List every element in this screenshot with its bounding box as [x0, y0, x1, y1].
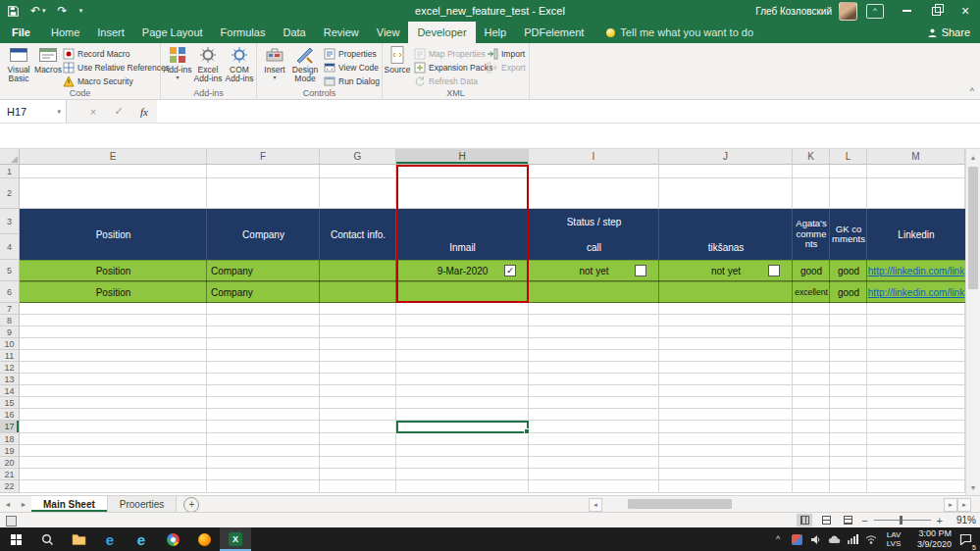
row-header-12[interactable]: 12 [0, 362, 20, 374]
undo-dropdown-icon[interactable]: ▾ [42, 7, 46, 15]
wifi-icon[interactable] [863, 527, 879, 551]
properties-button[interactable]: Properties [324, 47, 377, 60]
undo-button[interactable]: ↶▾ [30, 5, 46, 17]
row-header-11[interactable]: 11 [0, 350, 20, 362]
page-layout-view-button[interactable] [818, 514, 834, 526]
cell-K6[interactable]: excellent [793, 281, 830, 303]
macros-button[interactable]: Macros [35, 45, 61, 87]
column-header-G[interactable]: G [320, 149, 396, 165]
user-avatar[interactable] [839, 2, 857, 21]
horizontal-scroll-thumb[interactable] [628, 499, 732, 509]
zoom-slider-thumb[interactable] [900, 516, 903, 525]
tab-view[interactable]: View [368, 22, 409, 43]
row-header-2[interactable]: 2 [0, 178, 20, 209]
tab-review[interactable]: Review [315, 22, 368, 43]
tab-developer[interactable]: Developer [408, 22, 475, 43]
close-button[interactable]: × [951, 0, 980, 22]
clock[interactable]: 3:00 PM3/9/2020 [908, 528, 952, 551]
design-mode-button[interactable]: Design Mode [290, 45, 320, 87]
share-button[interactable]: Share [927, 22, 970, 43]
cell-I4[interactable]: call [529, 234, 659, 260]
column-header-L[interactable]: L [830, 149, 867, 165]
cell-G3[interactable]: Contact info. [320, 209, 396, 260]
insert-control-button[interactable]: Insert ▾ [261, 45, 288, 87]
firefox-button[interactable] [188, 527, 220, 551]
macro-security-button[interactable]: Macro Security [63, 75, 133, 87]
language-indicator[interactable]: LAVLVS [882, 530, 905, 548]
row-header-20[interactable]: 20 [0, 457, 20, 469]
chrome-button[interactable] [157, 527, 188, 551]
hscroll-right-end-icon[interactable]: ► [957, 498, 971, 512]
tray-app-icon[interactable] [789, 527, 804, 551]
cell-F5[interactable]: Company [207, 260, 320, 281]
tab-formulas[interactable]: Formulas [212, 22, 275, 43]
confirm-entry-button[interactable]: ✓ [108, 100, 129, 123]
customize-qat-button[interactable]: ▾ [79, 7, 83, 15]
normal-view-button[interactable] [797, 514, 812, 526]
row-header-6[interactable]: 6 [0, 281, 20, 303]
row-header-3[interactable]: 3 [0, 209, 20, 234]
use-relative-references-button[interactable]: Use Relative References [63, 61, 170, 74]
sheet-nav-left-icon[interactable]: ◄ [0, 496, 16, 512]
row-header-4[interactable]: 4 [0, 234, 20, 260]
tell-me-box[interactable]: Tell me what you want to do [606, 22, 753, 43]
column-header-J[interactable]: J [659, 149, 793, 165]
tab-insert[interactable]: Insert [88, 22, 133, 43]
sheet-nav-right-icon[interactable]: ► [16, 496, 31, 512]
row-header-7[interactable]: 7 [0, 303, 20, 315]
column-header-F[interactable]: F [207, 149, 320, 165]
zoom-level[interactable]: 91% [949, 515, 976, 526]
checkbox-I5[interactable] [635, 265, 646, 276]
row-header-5[interactable]: 5 [0, 260, 20, 281]
row-header-10[interactable]: 10 [0, 338, 20, 350]
row-header-18[interactable]: 18 [0, 433, 20, 445]
checkbox-J5[interactable] [768, 265, 780, 276]
restore-button[interactable] [921, 0, 951, 22]
tab-data[interactable]: Data [274, 22, 314, 43]
row-header-17[interactable]: 17 [0, 421, 20, 433]
network-icon[interactable] [845, 527, 860, 551]
row-header-16[interactable]: 16 [0, 409, 20, 421]
column-header-M[interactable]: M [867, 149, 965, 165]
cell-L3[interactable]: GK comments [830, 209, 867, 260]
user-name[interactable]: Глеб Козловский [755, 6, 832, 17]
sheet-tab-main-sheet[interactable]: Main Sheet [31, 496, 108, 512]
tray-expand-icon[interactable]: ^ [770, 527, 786, 551]
import-button[interactable]: Import [487, 47, 525, 60]
new-sheet-button[interactable]: + [183, 497, 199, 513]
cell-E5[interactable]: Position [20, 260, 207, 281]
row-header-15[interactable]: 15 [0, 397, 20, 409]
addins-button[interactable]: Add-ins ▾ [163, 45, 192, 87]
cell-K5[interactable]: good [793, 260, 830, 281]
onedrive-icon[interactable] [826, 527, 842, 551]
cell-L5[interactable]: good [830, 260, 867, 281]
name-box-dropdown-icon[interactable]: ▾ [57, 108, 61, 116]
column-header-H[interactable]: H [396, 149, 529, 165]
view-code-button[interactable]: View Code [324, 61, 379, 74]
formula-bar-extension[interactable] [0, 124, 980, 149]
row-header-9[interactable]: 9 [0, 326, 20, 338]
sheet-tab-prooerties[interactable]: Prooerties [108, 496, 178, 512]
collapse-ribbon-button[interactable]: ^ [970, 86, 974, 96]
tab-file[interactable]: File [0, 22, 42, 43]
com-addins-button[interactable]: COM Add-ins [224, 45, 255, 87]
insert-function-button[interactable]: fx [133, 100, 155, 123]
search-button[interactable] [31, 527, 63, 551]
row-header-14[interactable]: 14 [0, 385, 20, 397]
cell-F6[interactable]: Company [207, 281, 320, 303]
column-header-K[interactable]: K [793, 149, 830, 165]
cell-M5[interactable]: http://linkedin.com/link [867, 260, 965, 281]
cell-M6[interactable]: http://linkedin.com/link [867, 281, 965, 303]
vertical-scroll-thumb[interactable] [968, 167, 978, 289]
tab-pdfelement[interactable]: PDFelement [515, 22, 593, 43]
page-break-view-button[interactable] [840, 514, 855, 526]
cell-K3[interactable]: Agata's comments [793, 209, 830, 260]
vertical-scrollbar[interactable]: ▲ ▼ [965, 149, 980, 495]
edge-button[interactable]: e [94, 527, 126, 551]
row-header-19[interactable]: 19 [0, 445, 20, 457]
zoom-in-button[interactable]: + [937, 515, 943, 526]
column-header-I[interactable]: I [529, 149, 659, 165]
record-macro-status-button[interactable] [6, 516, 17, 526]
cell-M3[interactable]: Linkedin [867, 209, 965, 260]
cancel-entry-button[interactable]: × [82, 100, 104, 123]
